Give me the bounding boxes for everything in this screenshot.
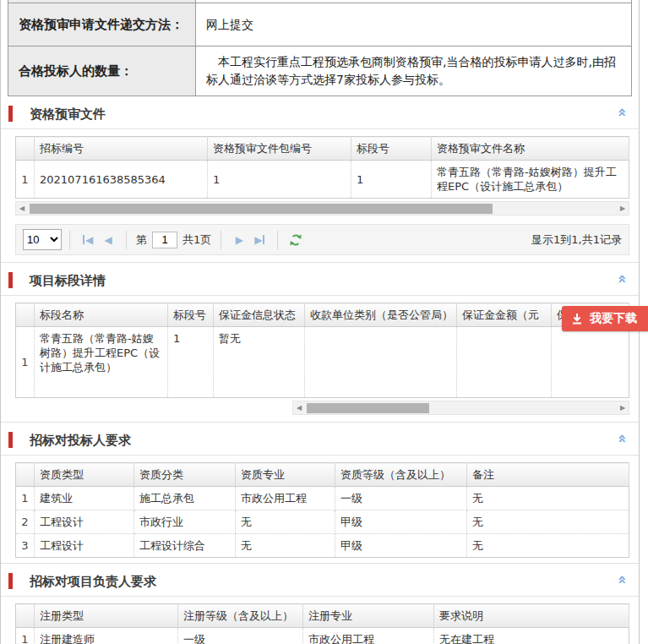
cell-register-type: 注册建造师 xyxy=(35,628,178,644)
header-cell-payee-type: 收款单位类别（是否公管局） xyxy=(305,303,457,327)
table-header-row: 注册类型 注册等级（含及以上） 注册专业 要求说明 xyxy=(16,604,629,628)
info-row: 资格预审申请文件递交方法： 网上提交 xyxy=(8,3,631,46)
scroll-thumb[interactable] xyxy=(307,403,429,413)
h-scrollbar[interactable]: ◀ ▶ xyxy=(292,401,629,415)
cell-qualification-category: 工程设计综合 xyxy=(134,534,236,558)
scroll-track[interactable] xyxy=(28,204,617,214)
header-cell-register-grade: 注册等级（含及以上） xyxy=(178,604,303,628)
cell-register-major: 市政公用工程 xyxy=(303,628,434,644)
last-page-button[interactable]: ▶ xyxy=(249,231,270,249)
section-accent-bar xyxy=(8,272,13,288)
scroll-thumb[interactable] xyxy=(30,204,493,214)
table-row[interactable]: 1 常青五路（常青路-姑嫂树路）提升工程EPC（设计施工总承包） 1 暂无 xyxy=(16,327,629,398)
table-header-row: 资质类型 资质分类 资质专业 资质等级（含及以上） 备注 xyxy=(16,463,629,487)
page-total-label: 共1页 xyxy=(182,232,211,248)
cell-section-no: 1 xyxy=(351,161,432,199)
header-cell-index xyxy=(16,137,35,161)
header-cell-bid-no: 招标编号 xyxy=(35,137,208,161)
header-cell-deposit-amount: 保证金金额（元 xyxy=(457,303,552,327)
info-value: 本工程实行重点工程预选承包商制资格预审,当合格的投标申请人过多时,由招标人通过洽… xyxy=(196,46,631,96)
download-button[interactable]: 我要下载 xyxy=(562,306,648,331)
info-value: 网上提交 xyxy=(196,3,631,46)
table-row[interactable]: 3 工程设计 工程设计综合 无 甲级 无 xyxy=(16,534,629,558)
first-page-button[interactable]: ◀ xyxy=(78,231,98,249)
cell-row-number: 2 xyxy=(16,510,35,534)
cell-register-grade: 一级 xyxy=(178,628,303,644)
collapse-icon[interactable]: « xyxy=(615,576,632,585)
info-row: 合格投标人的数量： 本工程实行重点工程预选承包商制资格预审,当合格的投标申请人过… xyxy=(8,46,631,96)
prequal-table-wrap: 招标编号 资格预审文件包编号 标段号 资格预审文件名称 1 2021071616… xyxy=(15,136,629,199)
header-cell-section-no: 标段号 xyxy=(351,137,432,161)
collapse-icon[interactable]: « xyxy=(615,275,632,284)
manager-table-wrap: 注册类型 注册等级（含及以上） 注册专业 要求说明 1 注册建造师 一级 市政公… xyxy=(15,603,629,644)
prev-page-button[interactable]: ◀ xyxy=(98,231,118,249)
h-scrollbar[interactable]: ◀ ▶ xyxy=(15,201,629,216)
header-cell-index xyxy=(16,604,35,628)
table-row[interactable]: 2 工程设计 市政行业 无 甲级 无 xyxy=(16,510,629,534)
scroll-left-icon[interactable]: ◀ xyxy=(16,202,28,215)
scroll-track[interactable] xyxy=(305,403,617,413)
download-button-label: 我要下载 xyxy=(590,311,637,326)
info-label: 合格投标人的数量： xyxy=(8,46,196,96)
cell-qualification-category: 市政行业 xyxy=(134,510,236,534)
header-cell-file-name: 资格预审文件名称 xyxy=(432,137,629,161)
table-header-row: 招标编号 资格预审文件包编号 标段号 资格预审文件名称 xyxy=(16,137,629,161)
header-cell-requirement-desc: 要求说明 xyxy=(434,604,629,628)
cell-note: 无 xyxy=(467,510,629,534)
cell-note: 无 xyxy=(467,487,629,510)
section-stage-detail: 项目标段详情 « 标段名称 标段号 保证金信息状态 收款单位类别（是否公管局） … xyxy=(1,262,639,422)
header-cell-register-type: 注册类型 xyxy=(35,604,178,628)
header-cell-deposit-status: 保证金信息状态 xyxy=(214,303,305,327)
info-label: 资格预审申请文件递交方法： xyxy=(8,3,196,46)
pager: 10 ◀ ◀ 第 共1页 ▶ ▶ 显示1到1,共1记录 xyxy=(15,224,629,255)
page-prefix-label: 第 xyxy=(136,232,147,248)
bidder-table-wrap: 资质类型 资质分类 资质专业 资质等级（含及以上） 备注 1 建筑业 施工总承包… xyxy=(15,462,629,558)
scroll-right-icon[interactable]: ▶ xyxy=(617,401,629,414)
cell-bid-no: 202107161638585364 xyxy=(35,161,208,199)
table-row[interactable]: 1 建筑业 施工总承包 市政公用工程 一级 无 xyxy=(16,487,629,510)
section-accent-bar xyxy=(8,573,13,589)
cell-deposit-deadline xyxy=(552,327,629,398)
collapse-icon[interactable]: « xyxy=(615,434,632,444)
cell-payee-type xyxy=(305,327,457,398)
scroll-right-icon[interactable]: ▶ xyxy=(617,202,629,215)
cell-qualification-type: 工程设计 xyxy=(35,534,134,558)
info-table: 资格预审申请文件递交方法： 网上提交 合格投标人的数量： 本工程实行重点工程预选… xyxy=(8,0,632,96)
table-row[interactable]: 1 202107161638585364 1 1 常青五路（常青路-姑嫂树路）提… xyxy=(16,161,629,199)
pager-separator xyxy=(221,231,221,249)
page-content: 资格预审申请文件递交方法： 网上提交 合格投标人的数量： 本工程实行重点工程预选… xyxy=(1,0,640,644)
stage-table: 标段名称 标段号 保证金信息状态 收款单位类别（是否公管局） 保证金金额（元 保… xyxy=(15,303,629,398)
collapse-icon[interactable]: « xyxy=(615,108,632,117)
refresh-button[interactable] xyxy=(286,231,306,249)
cell-note: 无 xyxy=(467,534,629,558)
cell-deposit-status: 暂无 xyxy=(214,327,305,398)
cell-row-number: 3 xyxy=(16,534,35,558)
header-cell-note: 备注 xyxy=(467,463,629,487)
page-number-input[interactable] xyxy=(152,232,177,248)
cell-qualification-major: 无 xyxy=(236,534,335,558)
section-title: 招标对投标人要求 xyxy=(30,433,131,448)
cell-row-number: 1 xyxy=(16,487,35,510)
cell-qualification-type: 工程设计 xyxy=(35,510,134,534)
scroll-left-icon[interactable]: ◀ xyxy=(293,401,305,414)
first-page-icon: ◀ xyxy=(85,235,93,245)
header-cell-section-no: 标段号 xyxy=(168,303,214,327)
pager-separator xyxy=(126,231,127,249)
cell-row-number: 1 xyxy=(16,327,35,398)
header-cell-stage-name: 标段名称 xyxy=(35,303,168,327)
section-accent-bar xyxy=(8,432,13,448)
section-header: 项目标段详情 « xyxy=(1,263,639,296)
table-header-row: 标段名称 标段号 保证金信息状态 收款单位类别（是否公管局） 保证金金额（元 保… xyxy=(16,303,629,327)
section-header: 招标对投标人要求 « xyxy=(1,423,639,456)
page-size-select[interactable]: 10 xyxy=(23,229,62,250)
cell-qualification-type: 建筑业 xyxy=(35,487,134,510)
table-row[interactable]: 1 注册建造师 一级 市政公用工程 无在建工程 xyxy=(16,628,629,644)
cell-deposit-amount xyxy=(457,327,552,398)
next-page-button[interactable]: ▶ xyxy=(229,231,249,249)
manager-table: 注册类型 注册等级（含及以上） 注册专业 要求说明 1 注册建造师 一级 市政公… xyxy=(15,603,629,644)
refresh-icon xyxy=(289,233,302,247)
cell-requirement-desc: 无在建工程 xyxy=(434,628,629,644)
header-cell-package-no: 资格预审文件包编号 xyxy=(208,137,351,161)
prequal-table: 招标编号 资格预审文件包编号 标段号 资格预审文件名称 1 2021071616… xyxy=(15,136,629,199)
cell-qualification-major: 无 xyxy=(236,510,335,534)
